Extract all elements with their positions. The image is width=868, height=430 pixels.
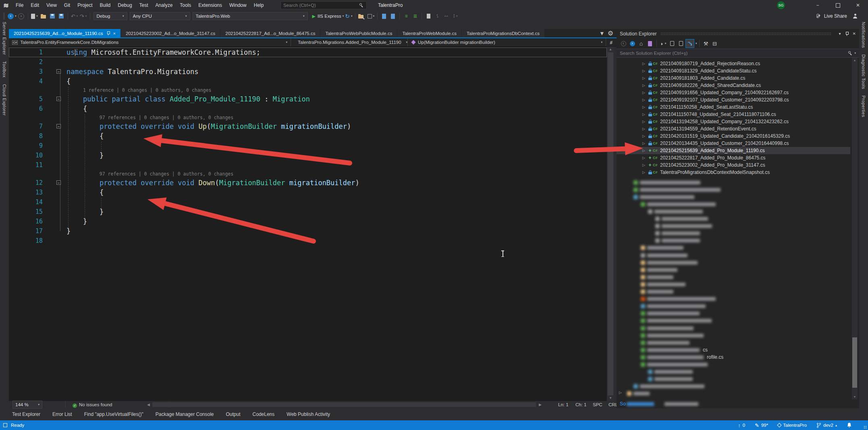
tree-item-file[interactable]: ▷C#20210420131519_Updated_Candidate_2104…	[617, 132, 850, 140]
background-tasks-icon[interactable]	[3, 423, 7, 427]
tree-item-blurred[interactable]	[641, 201, 716, 207]
fold-collapse-icon[interactable]: −	[56, 124, 61, 128]
code-line[interactable]: 8 {	[9, 131, 607, 141]
chevron-collapsed-icon[interactable]: ▷	[642, 62, 647, 66]
menu-extensions[interactable]: Extensions	[195, 0, 226, 10]
tree-item-blurred[interactable]	[641, 362, 708, 368]
breadcrumb-project-dropdown[interactable]: C# TalentraPro.EntityFrameworkCore.DbMig…	[9, 38, 291, 46]
tree-item-blurred[interactable]	[633, 186, 721, 193]
outgoing-commits-indicator[interactable]: ↑0	[738, 422, 745, 428]
se-vertical-scrollbar[interactable]: ▲ ▼	[852, 58, 858, 399]
fold-collapse-icon[interactable]: −	[56, 97, 61, 101]
tree-item-blurred[interactable]	[641, 296, 716, 302]
tree-item-blurred[interactable]	[641, 303, 706, 310]
chevron-collapsed-icon[interactable]: ▷	[619, 391, 624, 395]
pending-changes-filter-button[interactable]: ◗▾	[659, 39, 667, 48]
tree-item-file[interactable]: ▷+C#20210425215639_Added_Pro_Module_1119…	[617, 147, 850, 154]
code-editor[interactable]: 1using Microsoft.EntityFrameworkCore.Mig…	[9, 47, 614, 401]
uncomment-button[interactable]	[389, 12, 397, 21]
navigate-forward-button[interactable]: ›	[17, 12, 25, 21]
tree-item-blurred[interactable]	[633, 383, 704, 390]
tree-item-blurred[interactable]	[648, 208, 703, 215]
menu-view[interactable]: View	[43, 0, 60, 10]
chevron-collapsed-icon[interactable]: ▷	[642, 170, 647, 174]
bookmark-button[interactable]	[424, 12, 432, 21]
chevron-collapsed-icon[interactable]: ▷	[642, 120, 647, 124]
scroll-up-icon[interactable]: ▲	[852, 58, 858, 63]
tree-item-file[interactable]: ▷+C#20210425223002_Added_Pro_Module_3114…	[617, 161, 850, 169]
tree-item-file[interactable]: ▷+C#20210425222817_Added_Pro_Module_8647…	[617, 154, 850, 161]
chevron-collapsed-icon[interactable]: ▷	[642, 163, 647, 167]
menu-edit[interactable]: Edit	[27, 0, 43, 10]
quick-launch-search[interactable]: Search (Ctrl+Q)	[280, 1, 367, 9]
tree-item-blurred[interactable]	[641, 310, 700, 317]
chevron-collapsed-icon[interactable]: ▷	[642, 156, 647, 160]
active-files-dropdown-icon[interactable]: ▾	[600, 29, 604, 37]
breadcrumb-type-dropdown[interactable]: TalentraPro.Migrations.Added_Pro_Module_…	[291, 38, 408, 46]
se-search-dropdown-icon[interactable]: ▾	[854, 52, 856, 55]
editor-tab[interactable]: TalentraProWebPublicModule.cs	[320, 29, 397, 37]
comment-button[interactable]	[380, 12, 388, 21]
tree-item-blurred[interactable]	[641, 332, 704, 339]
tree-item-file[interactable]: ▷C#20210409181329_Added_CandidateStatu.c…	[617, 67, 850, 74]
feedback-person-icon[interactable]	[853, 14, 858, 19]
se-back-button[interactable]: ‹	[619, 39, 627, 48]
tree-item-blurred[interactable]	[641, 259, 698, 266]
chevron-collapsed-icon[interactable]: ▷	[642, 76, 647, 80]
open-file-button[interactable]	[39, 12, 48, 21]
startup-project-combo[interactable]: TalentraPro.Web▾	[193, 12, 308, 20]
configuration-combo[interactable]: Debug▾	[93, 12, 127, 20]
fold-collapse-icon[interactable]: −	[56, 69, 61, 74]
prev-bookmark-button[interactable]: ⥍	[433, 12, 441, 21]
scroll-left-icon[interactable]: ◀	[147, 401, 150, 408]
editor-tab[interactable]: 20210425215639_Ad...o_Module_11190.cs×	[9, 29, 120, 37]
tree-item-file[interactable]: ▷C#20210411150258_Added_SeatLastStatu.cs	[617, 103, 850, 111]
scroll-down-icon[interactable]: ▼	[607, 395, 614, 401]
code-line[interactable]: 17}	[9, 226, 607, 236]
codelens-indicator[interactable]: 1 reference | 0 changes | 0 authors, 0 c…	[9, 86, 607, 94]
se-forward-button[interactable]: ›	[628, 39, 636, 48]
editor-tab[interactable]: TalentraProWebModule.cs	[397, 29, 461, 37]
tree-item-blurred[interactable]	[641, 252, 687, 258]
resize-grip[interactable]	[864, 426, 867, 429]
panel-tab-find-app-usevirtualfiles-[interactable]: Find "app.UseVirtualFiles()"	[84, 411, 143, 417]
pin-icon[interactable]	[845, 31, 849, 36]
codelens-indicator[interactable]: 97 references | 0 changes | 0 authors, 0…	[9, 170, 607, 178]
toolbar-grip[interactable]	[3, 13, 5, 19]
new-file-button[interactable]: ▾	[31, 12, 39, 21]
preview-dropdown-icon[interactable]: ▾	[696, 42, 697, 45]
tree-item-blurred[interactable]	[641, 289, 673, 295]
close-tab-icon[interactable]: ×	[113, 31, 115, 36]
panel-tab-error-list[interactable]: Error List	[52, 411, 72, 417]
scroll-right-icon[interactable]: ▶	[539, 401, 542, 408]
tree-item-blurred[interactable]: cs	[641, 347, 708, 353]
tree-item-blurred[interactable]	[655, 230, 700, 237]
tree-item-blurred[interactable]	[641, 318, 712, 324]
tree-item-blurred[interactable]: rofile.cs	[641, 354, 723, 360]
tool-tab-properties[interactable]: Properties	[861, 95, 866, 117]
show-all-files-button[interactable]	[668, 39, 676, 48]
health-indicator[interactable]: ✓No issues found	[73, 401, 112, 408]
tree-item-blurred[interactable]	[648, 376, 693, 382]
save-button[interactable]	[48, 12, 56, 21]
code-line[interactable]: 18	[9, 236, 607, 246]
code-line[interactable]: 10 }	[9, 151, 607, 160]
code-line[interactable]: 13 {	[9, 188, 607, 197]
chevron-collapsed-icon[interactable]: ▷	[642, 91, 647, 95]
user-avatar[interactable]: SG	[777, 1, 785, 9]
code-line[interactable]: 4{	[9, 76, 607, 86]
menu-git[interactable]: Git	[60, 0, 74, 10]
tree-item-file[interactable]: ▷C#20210409181803_Added_Candidate.cs	[617, 74, 850, 82]
menu-tools[interactable]: Tools	[176, 0, 195, 10]
tree-item-blurred[interactable]	[641, 281, 685, 287]
close-button[interactable]: ✕	[848, 0, 868, 10]
tab-settings-gear-icon[interactable]: ⚙	[608, 29, 613, 37]
chevron-collapsed-icon[interactable]: ▷	[642, 69, 647, 73]
editor-tab[interactable]: 20210425223002_Ad...o_Module_31147.cs	[121, 29, 220, 37]
tree-item-blurred[interactable]	[641, 267, 677, 273]
breadcrumb-member-dropdown[interactable]: Up(MigrationBuilder migrationBuilder) ▾	[408, 38, 606, 46]
browser-link-button[interactable]: ▾	[367, 12, 375, 21]
tree-item-file[interactable]: ▷C#20210413194258_Updated_Company_210413…	[617, 118, 850, 125]
tree-item-file[interactable]: ▷C#20210420134435_Updated_Customer_21042…	[617, 140, 850, 147]
run-button[interactable]: ▶IIS Express▾	[312, 12, 344, 21]
